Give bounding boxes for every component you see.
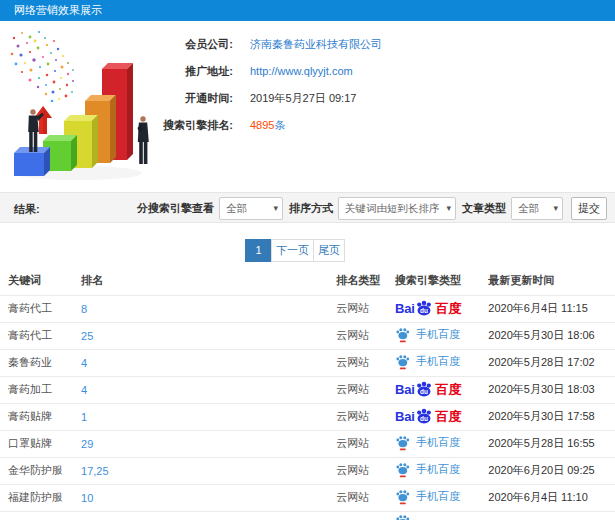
cell-rank-type: 云网站 [336,403,395,430]
cell-rank[interactable]: 17,25 [81,457,336,484]
table-row: 秦鲁药业 4 云网站 手机百度 2020年5月28日 17:02 [0,349,615,376]
table-row: 膏药代工 25 云网站 手机百度 2020年5月30日 18:06 [0,322,615,349]
mobile-baidu-icon: 手机百度 [395,353,460,370]
table-row: 膏药加工 4 云网站 Bai du 百度 2020年5月30日 18:03 [0,376,615,403]
mobile-baidu-icon [395,513,416,520]
promo-url-value[interactable]: http://www.qlyyjt.com [250,63,353,79]
engine-filter-select[interactable]: 全部 [219,197,283,220]
member-company-row: 会员公司: 济南秦鲁药业科技有限公司 [0,36,615,52]
cell-engine-type: Bai du 百度 [395,376,488,403]
header-engine-type: 搜索引擎类型 [395,267,488,295]
cell-keyword: 膏药加工 [0,376,81,403]
cell-updated: 2020年5月28日 17:02 [488,349,615,376]
open-time-label: 开通时间: [185,90,233,106]
cell-keyword: 秦鲁药业 [0,349,81,376]
svg-text:du: du [420,415,428,422]
cell-updated: 2020年5月30日 18:03 [488,376,615,403]
submit-button[interactable]: 提交 [571,197,607,220]
cell-updated: 2020年6月4日 11:10 [488,484,615,511]
cell-rank[interactable]: 1 [81,403,336,430]
last-page-button[interactable]: 尾页 [313,239,345,262]
baidu-logo: Bai du 百度 [395,300,461,318]
table-row: 膏药代工 8 云网站 Bai du 百度 2020年6月4日 11:15 [0,295,615,322]
mobile-baidu-icon: 手机百度 [395,461,460,478]
mobile-baidu-icon: 手机百度 [395,434,460,451]
next-page-button[interactable]: 下一页 [271,239,314,262]
baidu-logo: Bai du 百度 [395,408,461,426]
cell-rank-type [336,511,395,520]
header-rank-type: 排名类型 [336,267,395,295]
cell-engine-type: Bai du 百度 [395,295,488,322]
cell-updated: 2020年5月30日 17:58 [488,403,615,430]
header-rank: 排名 [81,267,336,295]
page-title: 网络营销效果展示 [0,0,615,21]
rank-count-label: 搜索引擎排名: [163,117,233,133]
mobile-baidu-icon: 手机百度 [395,488,460,505]
sort-label: 排序方式 [289,201,333,216]
cell-rank[interactable]: 8 [81,295,336,322]
pagination-section: 1 下一页 尾页 [0,223,615,267]
mobile-baidu-label: 手机百度 [416,354,460,369]
type-select[interactable]: 全部 [511,197,563,220]
cell-updated [488,511,615,520]
cell-updated: 2020年5月28日 16:55 [488,430,615,457]
table-row: 福建防护服 10 云网站 手机百度 2020年6月4日 11:10 [0,484,615,511]
table-row: 膏药贴牌 1 云网站 Bai du 百度 2020年5月30日 17:58 [0,403,615,430]
cell-rank-type: 云网站 [336,484,395,511]
cell-rank-type: 云网站 [336,322,395,349]
engine-filter-label: 分搜索引擎查看 [137,201,214,216]
cell-keyword: 膏药代工 [0,322,81,349]
page-1-button[interactable]: 1 [245,239,272,262]
svg-text:du: du [420,307,428,314]
baidu-logo: Bai du 百度 [395,381,461,399]
cell-rank-type: 云网站 [336,376,395,403]
table-row: 口罩贴牌 29 云网站 手机百度 2020年5月28日 16:55 [0,430,615,457]
promo-url-row: 推广地址: http://www.qlyyjt.com [0,63,615,79]
cell-engine-type: Bai du 百度 [395,403,488,430]
cell-updated: 2020年6月4日 11:15 [488,295,615,322]
open-time-row: 开通时间: 2019年5月27日 09:17 [0,90,615,106]
cell-updated: 2020年6月20日 09:25 [488,457,615,484]
cell-rank[interactable]: 4 [81,349,336,376]
cell-engine-type: 手机百度 [395,322,488,349]
cell-keyword: 膏药代工 [0,295,81,322]
cell-keyword: 口罩贴牌 [0,430,81,457]
mobile-baidu-icon: 手机百度 [395,326,460,343]
cell-rank-type: 云网站 [336,430,395,457]
header-keyword: 关键词 [0,267,81,295]
sort-select[interactable]: 关键词由短到长排序 [338,197,456,220]
cell-rank[interactable]: 10 [81,484,336,511]
table-row [0,511,615,520]
cell-rank[interactable]: 29 [81,430,336,457]
member-company-value[interactable]: 济南秦鲁药业科技有限公司 [250,36,382,52]
rank-count-number: 4895 [250,119,274,131]
header-updated: 最新更新时间 [488,267,615,295]
cell-keyword: 福建防护服 [0,484,81,511]
type-label: 文章类型 [462,201,506,216]
svg-text:du: du [420,388,428,395]
promo-url-label: 推广地址: [185,63,233,79]
member-company-label: 会员公司: [185,36,233,52]
results-table: 关键词 排名 排名类型 搜索引擎类型 最新更新时间 膏药代工 8 云网站 Bai… [0,267,615,520]
cell-engine-type: 手机百度 [395,457,488,484]
mobile-baidu-label: 手机百度 [416,327,460,342]
rank-count-unit: 条 [274,119,285,131]
cell-keyword: 金华防护服 [0,457,81,484]
result-label: 结果: [14,202,40,217]
open-time-value: 2019年5月27日 09:17 [250,90,356,106]
cell-keyword [0,511,81,520]
cell-engine-type: 手机百度 [395,484,488,511]
cell-rank[interactable] [81,511,336,520]
mobile-baidu-label: 手机百度 [416,435,460,450]
cell-keyword: 膏药贴牌 [0,403,81,430]
mobile-baidu-label: 手机百度 [416,489,460,504]
cell-rank-type: 云网站 [336,295,395,322]
mobile-baidu-label: 手机百度 [416,462,460,477]
cell-rank[interactable]: 4 [81,376,336,403]
cell-rank-type: 云网站 [336,349,395,376]
cell-rank[interactable]: 25 [81,322,336,349]
cell-engine-type [395,511,488,520]
filter-bar: 结果: 分搜索引擎查看 全部 排序方式 关键词由短到长排序 文章类型 全部 提交 [0,192,615,223]
cell-updated: 2020年5月30日 18:06 [488,322,615,349]
summary-section: 会员公司: 济南秦鲁药业科技有限公司 推广地址: http://www.qlyy… [0,21,615,192]
